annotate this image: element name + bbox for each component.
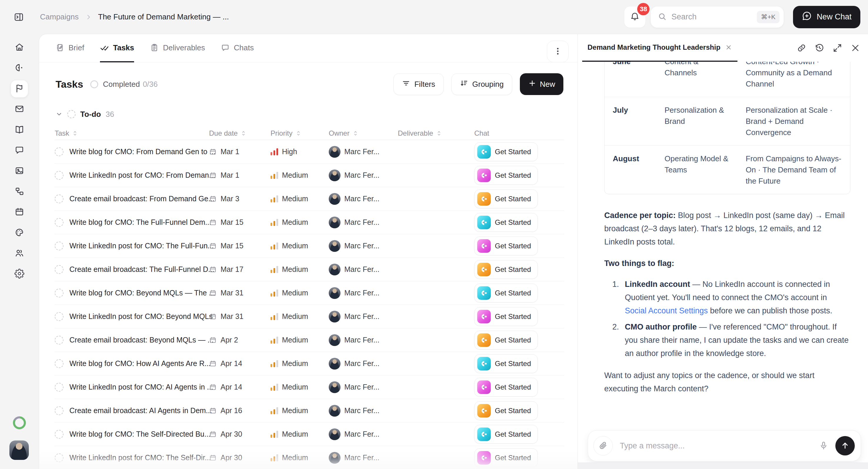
table-row[interactable]: Create email broadcast: From Demand Ge..… [55,187,564,211]
copy-link-icon[interactable] [797,43,807,53]
more-options-button[interactable] [547,40,569,62]
sidebar-item-chats[interactable] [11,142,28,159]
sidebar-toggle-icon[interactable] [13,12,24,22]
task-title[interactable]: Write blog for CMO: How AI Agents Are R.… [69,359,211,368]
get-started-button[interactable]: Get Started [474,213,538,232]
tab-chats[interactable]: Chats [221,34,254,62]
task-title[interactable]: Create email broadcast: The Full-Funnel … [69,265,214,274]
sidebar-item-media[interactable] [11,163,28,180]
task-title[interactable]: Write LinkedIn post for CMO: Beyond MQLs [69,312,213,321]
column-header-deliverable[interactable]: Deliverable [398,129,474,138]
table-row[interactable]: Write blog for CMO: How AI Agents Are R.… [55,352,564,375]
sidebar-item-quotient[interactable] [11,60,28,77]
task-status-icon[interactable] [55,289,63,297]
tab-brief[interactable]: Brief [56,34,84,62]
get-started-button[interactable]: Get Started [474,354,538,373]
tab-deliverables[interactable]: Deliverables [150,34,205,62]
close-panel-icon[interactable] [850,43,860,53]
sidebar-item-mail[interactable] [11,101,28,118]
table-row[interactable]: Write blog for CMO: The Self-Directed Bu… [55,422,564,446]
get-started-button[interactable]: Get Started [474,401,538,420]
get-started-button[interactable]: Get Started [474,260,538,279]
get-started-button[interactable]: Get Started [474,378,538,397]
attach-button[interactable] [593,436,613,456]
task-title[interactable]: Write blog for CMO: The Full-Funnel Dem.… [69,218,211,227]
task-title[interactable]: Write LinkedIn post for CMO: From Deman.… [69,171,215,179]
get-started-button[interactable]: Get Started [474,307,538,326]
task-title[interactable]: Write LinkedIn post for CMO: The Self-Di… [69,453,211,462]
table-row[interactable]: Write LinkedIn post for CMO: From Deman.… [55,164,564,187]
send-button[interactable] [835,436,855,456]
notifications-button[interactable]: 38 [624,6,645,28]
sidebar-item-home[interactable] [11,39,28,56]
mic-button[interactable] [819,441,828,451]
task-title[interactable]: Write blog for CMO: From Demand Gen to .… [69,147,216,156]
table-row[interactable]: Create email broadcast: Beyond MQLs — ..… [55,328,564,352]
breadcrumb-root[interactable]: Campaigns [40,12,79,22]
filters-button[interactable]: Filters [394,73,444,95]
task-status-icon[interactable] [55,312,63,321]
get-started-button[interactable]: Get Started [474,237,538,255]
search-input[interactable]: Search ⌘+K [651,6,784,28]
table-row[interactable]: Write LinkedIn post for CMO: AI Agents i… [55,375,564,399]
task-status-icon[interactable] [55,406,63,415]
task-status-icon[interactable] [55,336,63,345]
sidebar-item-settings[interactable] [11,266,28,283]
sidebar-item-brand[interactable] [11,225,28,241]
table-row[interactable]: Create email broadcast: AI Agents in Dem… [55,399,564,422]
table-row[interactable]: Write LinkedIn post for CMO: The Self-Di… [55,446,564,469]
table-row[interactable]: Write LinkedIn post for CMO: The Full-Fu… [55,234,564,258]
expand-icon[interactable] [832,43,842,53]
task-title[interactable]: Write blog for CMO: Beyond MQLs — The ..… [69,289,215,297]
task-status-icon[interactable] [55,171,63,180]
get-started-button[interactable]: Get Started [474,284,538,302]
tab-tasks[interactable]: Tasks [100,34,134,62]
new-task-button[interactable]: New [520,73,563,95]
table-row[interactable]: Write blog for CMO: Beyond MQLs — The ..… [55,281,564,305]
get-started-button[interactable]: Get Started [474,331,538,350]
task-title[interactable]: Write LinkedIn post for CMO: AI Agents i… [69,383,213,391]
social-account-settings-link[interactable]: Social Account Settings [625,306,708,315]
grouping-button[interactable]: Grouping [451,73,512,95]
user-avatar[interactable] [9,440,29,460]
sidebar-item-calendar[interactable] [11,204,28,221]
table-row[interactable]: Write blog for CMO: From Demand Gen to .… [55,140,564,164]
task-title[interactable]: Create email broadcast: From Demand Ge..… [69,195,214,203]
task-status-icon[interactable] [55,453,63,462]
task-status-icon[interactable] [55,383,63,391]
message-input[interactable]: Type a message... [588,430,861,461]
task-title[interactable]: Create email broadcast: Beyond MQLs — ..… [69,336,214,344]
table-row[interactable]: Write blog for CMO: The Full-Funnel Dem.… [55,211,564,234]
chat-tab-close-icon[interactable] [725,44,732,51]
chat-tab[interactable]: Demand Marketing Thought Leadership [582,34,738,62]
sidebar-item-workflows[interactable] [11,183,28,200]
column-header-priority[interactable]: Priority [271,129,329,138]
task-title[interactable]: Write LinkedIn post for CMO: The Full-Fu… [69,241,214,250]
group-header-todo[interactable]: To-do 36 [56,108,578,120]
get-started-button[interactable]: Get Started [474,142,538,161]
get-started-button[interactable]: Get Started [474,166,538,185]
task-status-icon[interactable] [55,195,63,203]
task-title[interactable]: Create email broadcast: AI Agents in Dem… [69,406,212,415]
sidebar-item-people[interactable] [11,245,28,262]
table-row[interactable]: Write LinkedIn post for CMO: Beyond MQLs… [55,305,564,328]
get-started-button[interactable]: Get Started [474,448,538,467]
task-status-icon[interactable] [55,218,63,227]
history-icon[interactable] [814,43,825,53]
task-status-icon[interactable] [55,359,63,368]
task-status-icon[interactable] [55,147,63,156]
column-header-due-date[interactable]: Due date [209,129,271,138]
owner-name: Marc Fer... [344,241,379,250]
task-status-icon[interactable] [55,265,63,274]
column-header-task[interactable]: Task [55,129,209,138]
task-status-icon[interactable] [55,430,63,439]
sidebar-item-campaigns[interactable] [11,80,28,97]
task-title[interactable]: Write blog for CMO: The Self-Directed Bu… [69,430,211,438]
new-chat-button[interactable]: New Chat [793,6,860,28]
table-row[interactable]: Create email broadcast: The Full-Funnel … [55,258,564,281]
get-started-button[interactable]: Get Started [474,425,538,444]
get-started-button[interactable]: Get Started [474,189,538,208]
task-status-icon[interactable] [55,241,63,251]
sidebar-item-knowledge[interactable] [11,121,28,139]
column-header-owner[interactable]: Owner [329,129,398,138]
